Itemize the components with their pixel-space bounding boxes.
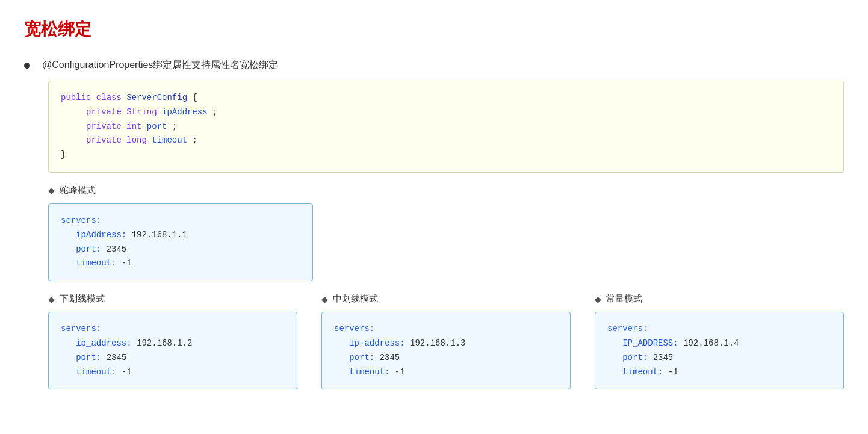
field-ipaddress: ipAddress <box>162 107 208 117</box>
camel-case-section: ◆ 驼峰模式 servers: ipAddress: 192.168.1.1 p… <box>48 185 844 281</box>
keyword-private-3: private <box>86 135 122 145</box>
keyword-long: long <box>126 135 147 145</box>
keyword-string: String <box>126 107 157 117</box>
bullet-item-1: @ConfigurationProperties绑定属性支持属性名宽松绑定 <box>24 59 844 72</box>
dash-line-3: port: 2345 <box>334 351 558 365</box>
code-line-4: private long timeout ; <box>61 134 831 148</box>
constant-line-2: IP_ADDRESS: 192.168.1.4 <box>607 336 831 351</box>
camel-line-2: ipAddress: 192.168.1.1 <box>61 228 300 243</box>
dash-line-2: ip-address: 192.168.1.3 <box>334 336 558 351</box>
dash-line-4: timeout: -1 <box>334 365 558 380</box>
keyword-private-1: private <box>86 107 122 117</box>
underscore-line-1: servers: <box>61 322 285 336</box>
camel-code-block: servers: ipAddress: 192.168.1.1 port: 23… <box>48 203 313 281</box>
main-code-block: public class ServerConfig { private Stri… <box>48 81 844 173</box>
field-port: port <box>147 122 167 131</box>
main-section: @ConfigurationProperties绑定属性支持属性名宽松绑定 pu… <box>24 59 844 401</box>
camel-label-text: 驼峰模式 <box>60 185 96 196</box>
page-title: 宽松绑定 <box>24 18 844 41</box>
diamond-icon-constant: ◆ <box>595 294 601 304</box>
constant-line-3: port: 2345 <box>607 351 831 365</box>
diamond-icon-dash: ◆ <box>321 294 328 304</box>
diamond-icon-camel: ◆ <box>48 185 55 195</box>
camel-line-3: port: 2345 <box>61 243 300 257</box>
keyword-private-2: private <box>86 122 122 131</box>
keyword-class: class <box>96 93 122 102</box>
constant-code-block: servers: IP_ADDRESS: 192.168.1.4 port: 2… <box>595 312 844 389</box>
underscore-code-block: servers: ip_address: 192.168.1.2 port: 2… <box>48 312 297 389</box>
constant-label-text: 常量模式 <box>606 293 642 305</box>
constant-label: ◆ 常量模式 <box>595 293 844 305</box>
mode-row: ◆ 下划线模式 servers: ip_address: 192.168.1.2… <box>48 293 844 401</box>
class-name-serverconfig: ServerConfig <box>126 93 187 102</box>
keyword-public: public <box>61 93 91 102</box>
dash-line-1: servers: <box>334 322 558 336</box>
camel-label: ◆ 驼峰模式 <box>48 185 844 196</box>
underscore-line-4: timeout: -1 <box>61 365 285 380</box>
dash-mode-col: ◆ 中划线模式 servers: ip-address: 192.168.1.3… <box>321 293 571 401</box>
diamond-icon-underscore: ◆ <box>48 294 55 304</box>
code-line-3: private int port ; <box>61 120 831 134</box>
constant-line-4: timeout: -1 <box>607 365 831 380</box>
camel-line-4: timeout: -1 <box>61 256 300 271</box>
bullet-text-1: @ConfigurationProperties绑定属性支持属性名宽松绑定 <box>42 59 278 72</box>
code-line-5: } <box>61 148 831 163</box>
underscore-line-2: ip_address: 192.168.1.2 <box>61 336 285 351</box>
underscore-label-text: 下划线模式 <box>60 293 105 305</box>
constant-mode-col: ◆ 常量模式 servers: IP_ADDRESS: 192.168.1.4 … <box>595 293 844 401</box>
underscore-line-3: port: 2345 <box>61 351 285 365</box>
code-line-1: public class ServerConfig { <box>61 91 831 105</box>
bullet-dot <box>24 63 30 69</box>
underscore-mode-col: ◆ 下划线模式 servers: ip_address: 192.168.1.2… <box>48 293 297 401</box>
dash-label: ◆ 中划线模式 <box>321 293 571 305</box>
camel-line-1: servers: <box>61 214 300 228</box>
keyword-int: int <box>126 122 141 131</box>
dash-code-block: servers: ip-address: 192.168.1.3 port: 2… <box>321 312 571 389</box>
underscore-label: ◆ 下划线模式 <box>48 293 297 305</box>
constant-line-1: servers: <box>607 322 831 336</box>
field-timeout: timeout <box>152 135 187 145</box>
code-line-2: private String ipAddress ; <box>61 105 831 120</box>
dash-label-text: 中划线模式 <box>333 293 378 305</box>
